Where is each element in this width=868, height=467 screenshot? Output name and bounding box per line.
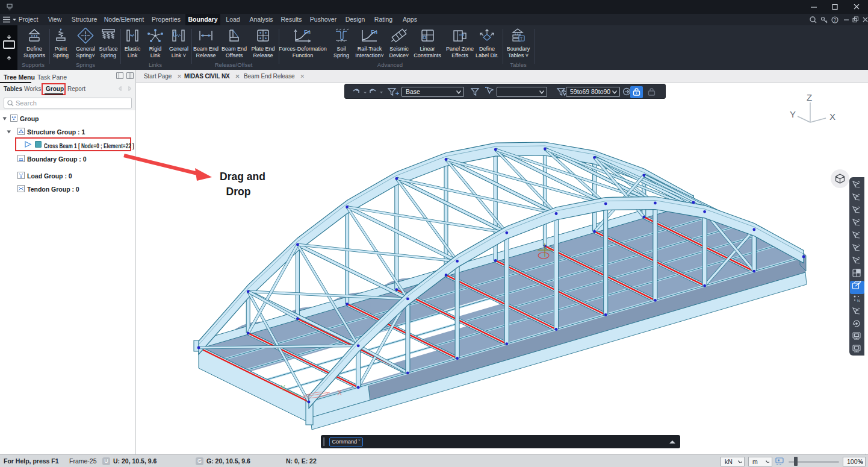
svg-text:X: X [337,389,342,397]
svg-text:Drop: Drop [226,186,251,198]
svg-text:Z: Z [807,92,812,102]
svg-text:X: X [829,111,835,122]
svg-text:Y: Y [790,109,796,119]
svg-text:N: N [857,299,860,302]
svg-text:Y: Y [281,384,285,392]
svg-text:Drag and: Drag and [220,171,265,183]
